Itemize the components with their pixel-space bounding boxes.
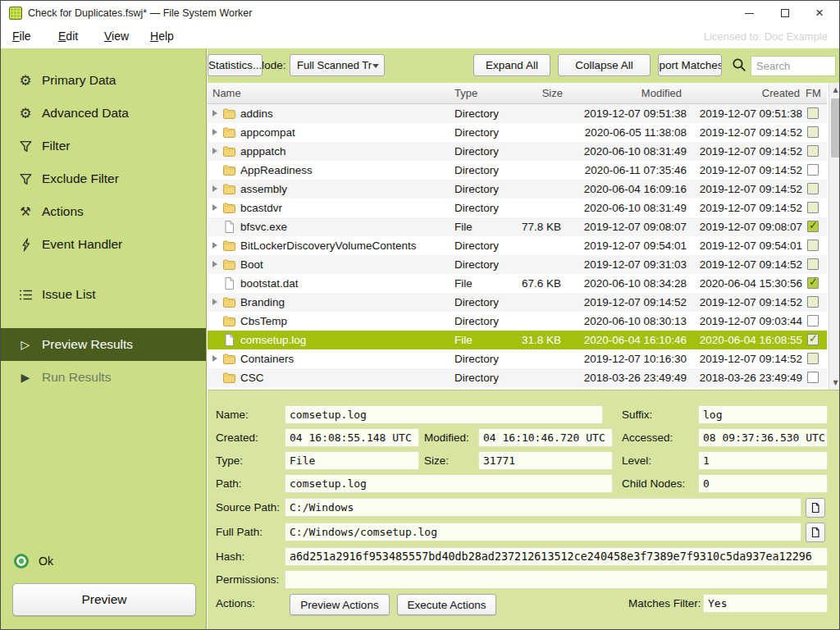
- funnel-icon: [16, 138, 35, 154]
- hash-field[interactable]: a6d251a2916f953485557bd40db28ad237212613…: [285, 547, 828, 566]
- scrollbar-thumb[interactable]: [831, 98, 840, 158]
- expand-all-button[interactable]: Expand All: [473, 54, 550, 76]
- statistics-button[interactable]: Statistics...: [208, 54, 262, 76]
- cell-created: 2019-12-07 09:14:52: [693, 142, 802, 161]
- menu-view[interactable]: View: [99, 25, 134, 48]
- title-bar: Check for Duplicates.fswj* — File System…: [1, 1, 839, 25]
- table-row[interactable]: BitLockerDiscoveryVolumeContentsDirector…: [208, 236, 827, 255]
- preview-actions-button[interactable]: Preview Actions: [290, 594, 390, 615]
- permissions-field[interactable]: [285, 570, 828, 589]
- scroll-down-icon[interactable]: ▼: [829, 376, 840, 390]
- cell-size: [478, 180, 561, 199]
- preview-button[interactable]: Preview: [12, 583, 196, 616]
- expand-arrow-icon[interactable]: [212, 261, 217, 267]
- sidebar-item-advanced-data[interactable]: ⚙Advanced Data: [1, 97, 206, 130]
- matches-filter-field[interactable]: Yes: [703, 594, 828, 613]
- table-row[interactable]: assemblyDirectory2020-06-04 16:09:162019…: [208, 180, 827, 199]
- fm-checkbox[interactable]: [807, 126, 819, 138]
- menu-help[interactable]: Help: [145, 25, 179, 48]
- search-input[interactable]: [751, 56, 836, 76]
- cell-name: appcompat: [240, 123, 452, 142]
- source-path-field[interactable]: C:/Windows: [285, 498, 801, 517]
- menu-edit[interactable]: Edit: [53, 25, 83, 48]
- table-row[interactable]: appcompatDirectory2020-06-05 11:38:08201…: [208, 123, 827, 142]
- table-row[interactable]: bootstat.datFile67.6 KB2020-06-10 08:34:…: [208, 274, 827, 293]
- table-row[interactable]: CSCDirectory2018-03-26 23:49:492018-03-2…: [208, 368, 827, 387]
- sidebar-item-label: Actions: [42, 204, 84, 219]
- fm-checkbox[interactable]: [807, 258, 819, 270]
- table-row[interactable]: bfsvc.exeFile77.8 KB2019-12-07 09:08:072…: [208, 217, 827, 236]
- fm-checkbox[interactable]: [807, 107, 819, 119]
- sidebar-item-issue-list[interactable]: Issue List: [1, 278, 206, 311]
- table-row[interactable]: AppReadinessDirectory2020-06-11 07:35:46…: [208, 161, 827, 180]
- fm-checkbox[interactable]: [807, 296, 819, 308]
- close-icon[interactable]: ×: [801, 1, 838, 25]
- column-header-modified[interactable]: Modified: [568, 83, 682, 104]
- sidebar-item-actions[interactable]: ⚒Actions: [1, 195, 206, 228]
- size-field[interactable]: 31771: [478, 451, 613, 470]
- expand-arrow-icon[interactable]: [212, 242, 217, 249]
- level-field[interactable]: 1: [698, 451, 828, 470]
- cell-size: [478, 142, 561, 161]
- sidebar-item-filter[interactable]: Filter: [1, 130, 206, 162]
- expand-arrow-icon[interactable]: [212, 204, 217, 211]
- table-row[interactable]: comsetup.logFile31.8 KB2020-06-04 16:10:…: [208, 331, 827, 349]
- export-matches-button[interactable]: xport Matches.: [658, 54, 722, 76]
- table-row[interactable]: bcastdvrDirectory2020-06-10 08:31:492019…: [208, 199, 827, 217]
- fm-checkbox[interactable]: [807, 145, 819, 157]
- column-header-type[interactable]: Type: [454, 83, 477, 104]
- fm-checkbox[interactable]: [807, 240, 819, 251]
- fm-checkbox[interactable]: [807, 334, 819, 345]
- display-mode-select[interactable]: Full Scanned Tr: [290, 54, 385, 76]
- table-row[interactable]: BrandingDirectory2019-12-07 09:14:522019…: [208, 293, 827, 312]
- sidebar-item-primary-data[interactable]: ⚙Primary Data: [1, 64, 206, 97]
- cell-name: comsetup.log: [240, 331, 452, 349]
- child-nodes-field[interactable]: 0: [698, 474, 828, 493]
- sidebar-item-exclude-filter[interactable]: Exclude Filter: [1, 162, 206, 195]
- table-row[interactable]: addinsDirectory2019-12-07 09:51:382019-1…: [208, 104, 827, 123]
- sidebar-item-event-handler[interactable]: Event Handler: [1, 228, 206, 261]
- column-header-name[interactable]: Name: [212, 83, 241, 104]
- menu-file[interactable]: File: [7, 25, 36, 48]
- folder-icon: [222, 107, 236, 121]
- expand-arrow-icon[interactable]: [212, 148, 217, 154]
- table-row[interactable]: BootDirectory2019-12-07 09:31:032019-12-…: [208, 255, 827, 274]
- full-path-field[interactable]: C:/Windows/comsetup.log: [285, 523, 801, 541]
- modified-field[interactable]: 04 16:10:46.720 UTC: [478, 428, 613, 447]
- fm-checkbox[interactable]: [807, 164, 819, 176]
- column-header-size[interactable]: Size: [478, 83, 563, 104]
- expand-arrow-icon[interactable]: [212, 129, 217, 135]
- table-row[interactable]: apppatchDirectory2020-06-10 08:31:492019…: [208, 142, 827, 161]
- fm-checkbox[interactable]: [807, 372, 819, 383]
- expand-arrow-icon[interactable]: [212, 299, 217, 305]
- suffix-field[interactable]: log: [698, 405, 828, 424]
- fm-checkbox[interactable]: [807, 353, 819, 364]
- fm-checkbox[interactable]: [807, 315, 819, 326]
- type-field[interactable]: File: [285, 451, 419, 470]
- expand-arrow-icon[interactable]: [212, 355, 217, 362]
- sidebar-item-preview-results[interactable]: ▷Preview Results: [1, 328, 206, 361]
- column-header-created[interactable]: Created: [693, 83, 800, 104]
- minimize-icon[interactable]: [731, 1, 767, 25]
- maximize-icon[interactable]: [767, 1, 803, 25]
- fm-checkbox[interactable]: [807, 277, 819, 289]
- created-field[interactable]: 04 16:08:55.148 UTC: [285, 428, 419, 447]
- name-field[interactable]: comsetup.log: [285, 405, 603, 424]
- open-source-path-button[interactable]: [806, 498, 825, 518]
- column-header-fm[interactable]: FM: [806, 83, 821, 104]
- scroll-up-icon[interactable]: ▲: [829, 83, 840, 97]
- collapse-all-button[interactable]: Collapse All: [558, 54, 651, 76]
- open-full-path-button[interactable]: [806, 523, 825, 542]
- accessed-label: Accessed:: [622, 428, 673, 447]
- execute-actions-button[interactable]: Execute Actions: [397, 594, 496, 615]
- expand-arrow-icon[interactable]: [212, 185, 217, 192]
- fm-checkbox[interactable]: [807, 202, 819, 213]
- table-row[interactable]: ContainersDirectory2019-12-07 10:16:3020…: [208, 349, 827, 368]
- fm-checkbox[interactable]: [807, 183, 819, 194]
- table-row[interactable]: CbsTempDirectory2020-06-10 08:30:132019-…: [208, 312, 827, 331]
- accessed-field[interactable]: 08 09:37:36.530 UTC: [698, 428, 828, 447]
- fm-checkbox[interactable]: [807, 221, 819, 232]
- expand-arrow-icon[interactable]: [212, 110, 217, 116]
- cell-name: Containers: [240, 349, 452, 368]
- path-field[interactable]: comsetup.log: [285, 474, 613, 493]
